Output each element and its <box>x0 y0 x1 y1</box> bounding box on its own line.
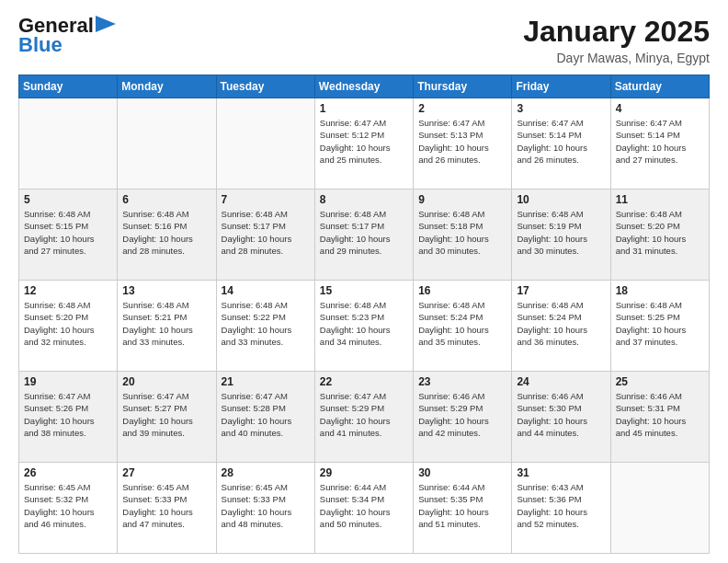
calendar-day-cell: 9Sunrise: 6:48 AM Sunset: 5:18 PM Daylig… <box>414 190 512 281</box>
day-number: 3 <box>517 102 605 115</box>
calendar-day-cell: 16Sunrise: 6:48 AM Sunset: 5:24 PM Dayli… <box>414 281 512 372</box>
svg-marker-0 <box>96 16 116 32</box>
day-number: 29 <box>320 466 408 479</box>
day-info: Sunrise: 6:48 AM Sunset: 5:18 PM Dayligh… <box>418 208 506 257</box>
calendar-day-cell: 13Sunrise: 6:48 AM Sunset: 5:21 PM Dayli… <box>118 281 216 372</box>
page: General Blue January 2025 Dayr Mawas, Mi… <box>0 0 728 563</box>
day-number: 30 <box>418 466 506 479</box>
day-number: 6 <box>122 193 210 206</box>
day-info: Sunrise: 6:48 AM Sunset: 5:23 PM Dayligh… <box>320 299 408 348</box>
day-number: 31 <box>517 466 605 479</box>
calendar-day-cell: 2Sunrise: 6:47 AM Sunset: 5:13 PM Daylig… <box>414 98 512 190</box>
calendar-day-cell: 15Sunrise: 6:48 AM Sunset: 5:23 PM Dayli… <box>314 281 413 372</box>
calendar-day-cell: 5Sunrise: 6:48 AM Sunset: 5:15 PM Daylig… <box>19 190 118 281</box>
day-number: 15 <box>320 284 408 297</box>
calendar-day-cell <box>19 98 118 190</box>
day-info: Sunrise: 6:47 AM Sunset: 5:14 PM Dayligh… <box>517 117 605 166</box>
calendar-day-cell: 8Sunrise: 6:48 AM Sunset: 5:17 PM Daylig… <box>314 190 413 281</box>
day-info: Sunrise: 6:46 AM Sunset: 5:30 PM Dayligh… <box>517 390 605 439</box>
calendar-day-cell: 31Sunrise: 6:43 AM Sunset: 5:36 PM Dayli… <box>512 463 610 554</box>
day-info: Sunrise: 6:46 AM Sunset: 5:29 PM Dayligh… <box>418 390 506 439</box>
day-number: 26 <box>24 466 112 479</box>
calendar-day-cell: 7Sunrise: 6:48 AM Sunset: 5:17 PM Daylig… <box>216 190 314 281</box>
day-number: 1 <box>320 102 408 115</box>
calendar-day-cell <box>118 98 216 190</box>
calendar-day-cell: 14Sunrise: 6:48 AM Sunset: 5:22 PM Dayli… <box>216 281 314 372</box>
day-number: 18 <box>616 284 704 297</box>
day-info: Sunrise: 6:48 AM Sunset: 5:17 PM Dayligh… <box>222 208 310 257</box>
calendar-day-cell <box>216 98 314 190</box>
calendar-day-header: Saturday <box>610 75 709 98</box>
calendar-week-row: 1Sunrise: 6:47 AM Sunset: 5:12 PM Daylig… <box>19 98 710 190</box>
calendar-day-cell: 19Sunrise: 6:47 AM Sunset: 5:26 PM Dayli… <box>19 372 118 463</box>
day-info: Sunrise: 6:47 AM Sunset: 5:14 PM Dayligh… <box>616 117 704 166</box>
calendar-day-cell: 1Sunrise: 6:47 AM Sunset: 5:12 PM Daylig… <box>314 98 413 190</box>
day-number: 12 <box>24 284 112 297</box>
location: Dayr Mawas, Minya, Egypt <box>523 51 710 65</box>
day-info: Sunrise: 6:44 AM Sunset: 5:35 PM Dayligh… <box>418 481 506 530</box>
calendar-day-cell: 21Sunrise: 6:47 AM Sunset: 5:28 PM Dayli… <box>216 372 314 463</box>
day-number: 2 <box>418 102 506 115</box>
calendar-week-row: 26Sunrise: 6:45 AM Sunset: 5:32 PM Dayli… <box>19 463 710 554</box>
day-info: Sunrise: 6:47 AM Sunset: 5:27 PM Dayligh… <box>122 390 210 439</box>
calendar-day-cell: 6Sunrise: 6:48 AM Sunset: 5:16 PM Daylig… <box>118 190 216 281</box>
day-info: Sunrise: 6:48 AM Sunset: 5:20 PM Dayligh… <box>616 208 704 257</box>
calendar-day-cell: 22Sunrise: 6:47 AM Sunset: 5:29 PM Dayli… <box>314 372 413 463</box>
day-info: Sunrise: 6:45 AM Sunset: 5:33 PM Dayligh… <box>222 481 310 530</box>
day-number: 17 <box>517 284 605 297</box>
day-info: Sunrise: 6:45 AM Sunset: 5:33 PM Dayligh… <box>122 481 210 530</box>
day-number: 5 <box>24 193 112 206</box>
calendar-day-cell: 29Sunrise: 6:44 AM Sunset: 5:34 PM Dayli… <box>314 463 413 554</box>
day-number: 20 <box>122 375 210 388</box>
calendar-day-cell: 4Sunrise: 6:47 AM Sunset: 5:14 PM Daylig… <box>610 98 709 190</box>
calendar-day-cell: 18Sunrise: 6:48 AM Sunset: 5:25 PM Dayli… <box>610 281 709 372</box>
calendar-day-cell: 20Sunrise: 6:47 AM Sunset: 5:27 PM Dayli… <box>118 372 216 463</box>
day-info: Sunrise: 6:45 AM Sunset: 5:32 PM Dayligh… <box>24 481 112 530</box>
calendar-week-row: 19Sunrise: 6:47 AM Sunset: 5:26 PM Dayli… <box>19 372 710 463</box>
day-number: 4 <box>616 102 704 115</box>
calendar-day-cell: 25Sunrise: 6:46 AM Sunset: 5:31 PM Dayli… <box>610 372 709 463</box>
calendar-day-header: Thursday <box>414 75 512 98</box>
day-info: Sunrise: 6:48 AM Sunset: 5:25 PM Dayligh… <box>616 299 704 348</box>
calendar-day-header: Sunday <box>19 75 118 98</box>
calendar-day-cell: 11Sunrise: 6:48 AM Sunset: 5:20 PM Dayli… <box>610 190 709 281</box>
day-number: 13 <box>122 284 210 297</box>
day-number: 11 <box>616 193 704 206</box>
calendar-day-cell: 30Sunrise: 6:44 AM Sunset: 5:35 PM Dayli… <box>414 463 512 554</box>
calendar-day-header: Wednesday <box>314 75 413 98</box>
calendar-day-cell: 28Sunrise: 6:45 AM Sunset: 5:33 PM Dayli… <box>216 463 314 554</box>
month-title: January 2025 <box>523 15 710 49</box>
day-number: 19 <box>24 375 112 388</box>
day-info: Sunrise: 6:48 AM Sunset: 5:24 PM Dayligh… <box>517 299 605 348</box>
header: General Blue January 2025 Dayr Mawas, Mi… <box>18 15 710 65</box>
day-info: Sunrise: 6:47 AM Sunset: 5:12 PM Dayligh… <box>320 117 408 166</box>
day-info: Sunrise: 6:48 AM Sunset: 5:17 PM Dayligh… <box>320 208 408 257</box>
day-number: 8 <box>320 193 408 206</box>
calendar-day-cell: 23Sunrise: 6:46 AM Sunset: 5:29 PM Dayli… <box>414 372 512 463</box>
day-number: 28 <box>222 466 310 479</box>
logo-blue: Blue <box>18 33 63 57</box>
day-number: 9 <box>418 193 506 206</box>
day-info: Sunrise: 6:48 AM Sunset: 5:22 PM Dayligh… <box>222 299 310 348</box>
calendar-day-cell: 10Sunrise: 6:48 AM Sunset: 5:19 PM Dayli… <box>512 190 610 281</box>
day-number: 22 <box>320 375 408 388</box>
day-info: Sunrise: 6:47 AM Sunset: 5:28 PM Dayligh… <box>222 390 310 439</box>
day-info: Sunrise: 6:48 AM Sunset: 5:24 PM Dayligh… <box>418 299 506 348</box>
calendar-day-cell <box>610 463 709 554</box>
calendar-day-header: Friday <box>512 75 610 98</box>
day-number: 25 <box>616 375 704 388</box>
day-info: Sunrise: 6:47 AM Sunset: 5:26 PM Dayligh… <box>24 390 112 439</box>
day-info: Sunrise: 6:44 AM Sunset: 5:34 PM Dayligh… <box>320 481 408 530</box>
header-right: January 2025 Dayr Mawas, Minya, Egypt <box>523 15 710 65</box>
calendar-day-cell: 17Sunrise: 6:48 AM Sunset: 5:24 PM Dayli… <box>512 281 610 372</box>
day-info: Sunrise: 6:47 AM Sunset: 5:13 PM Dayligh… <box>418 117 506 166</box>
calendar-day-cell: 3Sunrise: 6:47 AM Sunset: 5:14 PM Daylig… <box>512 98 610 190</box>
day-info: Sunrise: 6:48 AM Sunset: 5:21 PM Dayligh… <box>122 299 210 348</box>
day-info: Sunrise: 6:48 AM Sunset: 5:20 PM Dayligh… <box>24 299 112 348</box>
calendar-day-cell: 26Sunrise: 6:45 AM Sunset: 5:32 PM Dayli… <box>19 463 118 554</box>
day-number: 21 <box>222 375 310 388</box>
logo: General Blue <box>18 15 116 57</box>
logo-arrow-icon <box>96 16 116 32</box>
calendar-day-cell: 27Sunrise: 6:45 AM Sunset: 5:33 PM Dayli… <box>118 463 216 554</box>
day-number: 24 <box>517 375 605 388</box>
